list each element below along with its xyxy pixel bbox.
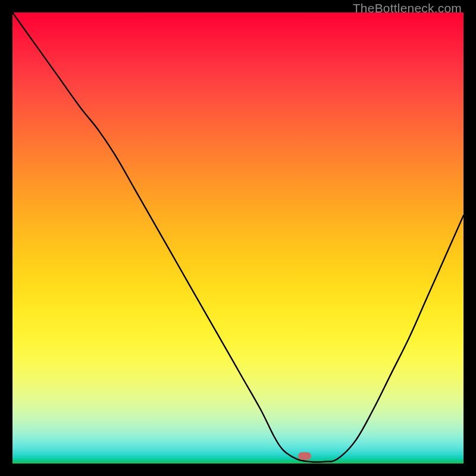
optimal-marker — [298, 452, 311, 460]
plot-area — [12, 12, 464, 464]
chart-frame: TheBottleneck.com — [0, 0, 476, 476]
bottleneck-curve — [12, 12, 464, 464]
